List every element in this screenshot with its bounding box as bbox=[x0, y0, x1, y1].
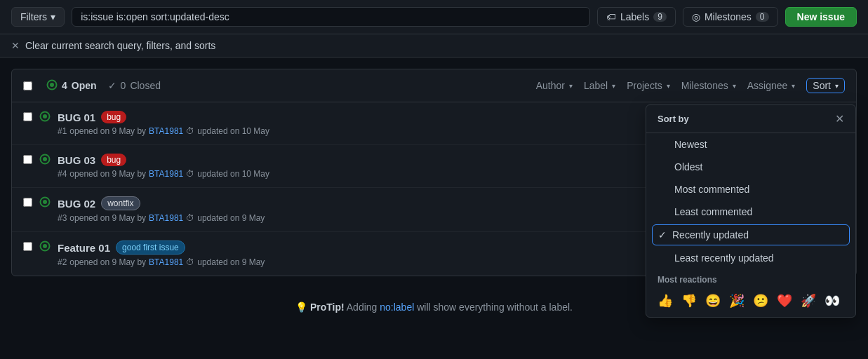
issue-checkbox[interactable] bbox=[23, 112, 32, 121]
open-filter[interactable]: 4 Open bbox=[46, 79, 97, 93]
issue-updated-text: updated on 10 May bbox=[197, 126, 269, 136]
issue-open-icon bbox=[39, 111, 51, 124]
sort-item[interactable]: Least commented bbox=[646, 201, 855, 223]
milestones-count: 0 bbox=[756, 12, 769, 22]
sort-item[interactable]: Oldest bbox=[646, 156, 855, 178]
close-icon[interactable]: ✕ bbox=[11, 40, 20, 51]
tag-icon: 🏷 bbox=[606, 11, 616, 22]
milestone-icon: ◎ bbox=[692, 11, 700, 22]
label-filter-button[interactable]: Label ▾ bbox=[584, 80, 615, 91]
sort-chevron-icon: ▾ bbox=[835, 82, 839, 90]
select-all-checkbox[interactable] bbox=[23, 81, 32, 90]
eyes-reaction[interactable]: 👀 bbox=[824, 293, 840, 309]
clear-bar: ✕ Clear current search query, filters, a… bbox=[0, 34, 868, 57]
labels-label: Labels bbox=[620, 11, 649, 22]
sort-dropdown-title: Sort by bbox=[657, 114, 689, 124]
svg-point-9 bbox=[43, 244, 47, 248]
open-circle-icon bbox=[46, 79, 58, 93]
issue-open-icon bbox=[39, 196, 51, 210]
labels-button[interactable]: 🏷 Labels 9 bbox=[597, 7, 676, 27]
issue-number: #3 bbox=[58, 213, 67, 223]
no-label-link[interactable]: no:label bbox=[380, 302, 414, 313]
clear-label: Clear current search query, filters, and… bbox=[25, 40, 215, 51]
top-bar: Filters ▾ 🏷 Labels 9 ◎ Milestones 0 New … bbox=[0, 0, 868, 34]
issue-name[interactable]: BUG 01 bbox=[58, 111, 95, 123]
open-label: Open bbox=[72, 80, 97, 91]
header-filters: Author ▾ Label ▾ Projects ▾ Milestones ▾… bbox=[536, 78, 845, 93]
reactions-row: 👍 👎 😄 🎉 😕 ❤️ 🚀 👀 bbox=[646, 287, 855, 317]
issue-checkbox[interactable] bbox=[23, 198, 32, 207]
open-closed-toggle: 4 Open ✓ 0 Closed bbox=[46, 79, 525, 93]
projects-chevron-icon: ▾ bbox=[667, 82, 670, 90]
issue-header: 4 Open ✓ 0 Closed Author ▾ Label ▾ Proje… bbox=[12, 69, 856, 102]
milestones-button[interactable]: ◎ Milestones 0 bbox=[683, 7, 778, 27]
issue-label-bug: bug bbox=[101, 111, 126, 123]
issue-opened-text: opened on 9 May by bbox=[69, 169, 146, 179]
issue-name[interactable]: Feature 01 bbox=[58, 242, 110, 254]
sort-dropdown: Sort by ✕ NewestOldestMost commentedLeas… bbox=[646, 104, 856, 318]
issue-updated-text: updated on 9 May bbox=[197, 213, 265, 223]
issue-updated-text: updated on 10 May bbox=[197, 169, 269, 179]
smile-reaction[interactable]: 😄 bbox=[705, 293, 721, 309]
label-chevron-icon: ▾ bbox=[612, 82, 615, 90]
filters-button[interactable]: Filters ▾ bbox=[11, 7, 65, 27]
clock-icon: ⏱ bbox=[186, 213, 194, 223]
filters-chevron-icon: ▾ bbox=[51, 11, 55, 22]
protip-label: ProTip! bbox=[310, 302, 345, 313]
sort-item[interactable]: Most commented bbox=[646, 178, 855, 201]
issue-author[interactable]: BTA1981 bbox=[149, 126, 183, 136]
rocket-reaction[interactable]: 🚀 bbox=[801, 293, 816, 309]
svg-point-3 bbox=[43, 114, 47, 118]
issue-author[interactable]: BTA1981 bbox=[149, 257, 183, 267]
reactions-section-label: Most reactions bbox=[646, 269, 855, 287]
issues-container: 4 Open ✓ 0 Closed Author ▾ Label ▾ Proje… bbox=[11, 69, 857, 276]
author-chevron-icon: ▾ bbox=[569, 82, 573, 90]
issue-number: #4 bbox=[58, 169, 67, 179]
sort-item[interactable]: Least recently updated bbox=[646, 247, 855, 269]
issue-name[interactable]: BUG 02 bbox=[58, 198, 95, 210]
confused-reaction[interactable]: 😕 bbox=[753, 293, 768, 309]
thumbs-down-reaction[interactable]: 👎 bbox=[681, 293, 697, 309]
protip-text-main: Adding bbox=[347, 302, 380, 313]
projects-filter-button[interactable]: Projects ▾ bbox=[627, 80, 670, 91]
check-icon: ✓ bbox=[108, 80, 116, 91]
issue-number: #2 bbox=[58, 257, 67, 267]
milestones-label: Milestones bbox=[705, 11, 752, 22]
labels-count: 9 bbox=[653, 12, 667, 22]
assignee-chevron-icon: ▾ bbox=[792, 82, 795, 90]
assignee-filter-button[interactable]: Assignee ▾ bbox=[747, 80, 796, 91]
svg-point-5 bbox=[43, 157, 47, 161]
issue-number: #1 bbox=[58, 126, 67, 136]
filters-label: Filters bbox=[20, 11, 47, 22]
issue-label-good-first: good first issue bbox=[116, 241, 185, 255]
milestones-chevron-icon: ▾ bbox=[733, 82, 736, 90]
issue-open-icon bbox=[39, 241, 51, 254]
closed-count: 0 bbox=[121, 80, 126, 91]
protip-lightbulb-icon: 💡 bbox=[295, 302, 307, 313]
issue-opened-text: opened on 9 May by bbox=[69, 126, 146, 136]
milestones-filter-button[interactable]: Milestones ▾ bbox=[681, 80, 736, 91]
closed-label: Closed bbox=[130, 80, 161, 91]
issue-checkbox[interactable] bbox=[23, 242, 32, 251]
issue-author[interactable]: BTA1981 bbox=[149, 213, 183, 223]
clock-icon: ⏱ bbox=[186, 126, 194, 136]
sort-filter-button[interactable]: Sort ▾ bbox=[806, 78, 845, 93]
thumbs-up-reaction[interactable]: 👍 bbox=[657, 293, 673, 309]
svg-point-7 bbox=[43, 200, 47, 204]
sort-item[interactable]: Newest bbox=[646, 133, 855, 156]
tada-reaction[interactable]: 🎉 bbox=[729, 293, 745, 309]
search-input[interactable] bbox=[72, 7, 590, 27]
new-issue-button[interactable]: New issue bbox=[785, 7, 857, 27]
protip-text-after: will show everything without a label. bbox=[417, 302, 573, 313]
sort-items-list: NewestOldestMost commentedLeast commente… bbox=[646, 133, 855, 269]
heart-reaction[interactable]: ❤️ bbox=[777, 293, 792, 309]
author-filter-button[interactable]: Author ▾ bbox=[536, 80, 573, 91]
sort-dropdown-header: Sort by ✕ bbox=[646, 105, 855, 133]
issue-label-wontfix: wontfix bbox=[101, 196, 140, 210]
issue-name[interactable]: BUG 03 bbox=[58, 154, 95, 166]
sort-dropdown-close-button[interactable]: ✕ bbox=[835, 112, 844, 126]
closed-filter[interactable]: ✓ 0 Closed bbox=[108, 80, 161, 91]
issue-author[interactable]: BTA1981 bbox=[149, 169, 183, 179]
issue-checkbox[interactable] bbox=[23, 155, 32, 164]
sort-item[interactable]: ✓ Recently updated bbox=[652, 224, 850, 245]
